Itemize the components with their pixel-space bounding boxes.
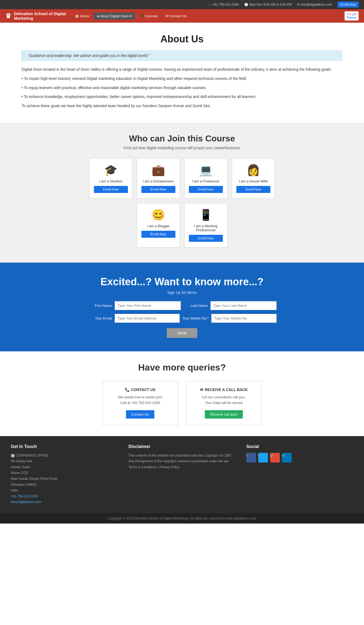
- enroll-button-row1-3[interactable]: Enroll Now: [236, 186, 270, 193]
- card-icon-3: 👩: [247, 164, 260, 176]
- first-name-label: First Name: [88, 304, 112, 308]
- first-name-input[interactable]: [115, 301, 181, 310]
- name-row: First Name Last Name: [88, 301, 277, 310]
- enroll-button-row1-2[interactable]: Enroll Now: [189, 186, 223, 193]
- contact-card: 📞 CONTACT US We would love to assist you…: [103, 381, 178, 425]
- contact-heading: 📞 CONTACT US: [111, 388, 170, 392]
- last-name-input[interactable]: [210, 301, 277, 310]
- twitter-icon[interactable]: t: [258, 453, 268, 463]
- footer-col-contact: Get In Touch 🏢 CORPORATE OFFICE 9D Ashle…: [11, 444, 118, 505]
- contact-row: Your Email Your Mobile No.*: [88, 314, 277, 323]
- signup-label: Sign Up for demo: [11, 290, 353, 295]
- query-cards: 📞 CONTACT US We would love to assist you…: [22, 381, 342, 425]
- mail-icon: ✉: [297, 3, 300, 6]
- card-icon-r2-1: 📱: [199, 209, 213, 221]
- email-label: Your Email: [88, 316, 112, 320]
- footer: Get In Touch 🏢 CORPORATE OFFICE 9D Ashle…: [0, 436, 364, 513]
- linkedin-icon[interactable]: in: [282, 453, 292, 463]
- card-icon-1: 💼: [152, 164, 165, 176]
- partner-text: Partner: [347, 16, 356, 19]
- office-label: 🏢 CORPORATE OFFICE: [11, 453, 118, 459]
- navbar: ♛ Dehradun School of Digital Marketing 🏠…: [0, 9, 364, 23]
- about-section: About Us "Guidance and leadership: We ad…: [0, 23, 364, 123]
- queries-title: Have more queries?: [22, 362, 342, 373]
- last-name-label: Last Name: [183, 304, 208, 308]
- who-card-3: 👩 I am a House Wife Enroll Now: [232, 158, 275, 199]
- footer-website[interactable]: www.digitaldoon.com: [11, 499, 118, 505]
- who-section: Who can Join this Course Find out how di…: [0, 123, 364, 263]
- googleplus-icon[interactable]: g+: [270, 453, 280, 463]
- top-bar: 📞 +91-750-022-2260 🕐 Mon-Sun 9:00 AM to …: [0, 0, 364, 9]
- card-icon-2: 💻: [199, 164, 213, 176]
- footer-phone[interactable]: +91-750-022-2260: [11, 494, 118, 500]
- clock-icon: 🕐: [244, 3, 248, 6]
- who-subtitle: Find out how digital marketing course wi…: [11, 146, 353, 150]
- card-label-r2-0: I am a Blogger: [147, 224, 170, 228]
- cta-section: Excited...? Want to know more...? Sign U…: [0, 263, 364, 351]
- card-label-2: I am a Freelancer: [192, 179, 220, 183]
- card-label-0: I am a Student: [99, 179, 122, 183]
- footer-bottom: Copyright © 2018 Dehradun School of Digi…: [0, 513, 364, 524]
- nav-home[interactable]: 🏠 Home: [72, 12, 93, 20]
- who-card-0: 🎓 I am a Student Enroll Now: [89, 158, 132, 199]
- nav-links: 🏠 Home ● About Digital Doon ▾ 🎓 Courses …: [72, 12, 339, 20]
- who-card-1: 💼 I am a Entrepreneur Enroll Now: [137, 158, 180, 199]
- cta-title: Excited...? Want to know more...?: [11, 276, 353, 288]
- cards-row-1: 🎓 I am a Student Enroll Now 💼 I am a Ent…: [11, 158, 353, 199]
- who-card-r2-0: 😊 I am a Blogger Enroll Now: [137, 203, 180, 247]
- phone-icon: 📞: [207, 3, 211, 6]
- about-text: Digital Doon located in the heart of Doo…: [22, 66, 342, 109]
- enroll-button-row1-1[interactable]: Enroll Now: [141, 186, 175, 193]
- email-input[interactable]: [115, 314, 180, 323]
- who-card-r2-1: 📱 I am a Working Professional Enroll Now: [184, 203, 227, 247]
- google-partner-badge: Google Partner: [345, 11, 359, 20]
- mobile-label: Your Mobile No.*: [182, 316, 209, 320]
- facebook-icon[interactable]: f: [246, 453, 256, 463]
- callback-button[interactable]: Receive call back: [205, 410, 243, 419]
- callback-heading: ✉ RECEIVE A CALL BACK: [195, 388, 253, 392]
- card-icon-0: 🎓: [104, 164, 118, 176]
- top-enroll-button[interactable]: Enroll Now: [338, 2, 359, 8]
- hours-info: 🕐 Mon-Sun 9:00 AM to 6:00 PM: [244, 3, 292, 6]
- who-title: Who can Join this Course: [11, 134, 353, 144]
- card-label-1: I am a Entrepreneur: [143, 179, 174, 183]
- quote-box: "Guidance and leadership: We advise and …: [22, 50, 342, 61]
- social-icons: f t g+ in: [246, 453, 353, 463]
- contact-us-button[interactable]: Contact Us: [126, 410, 154, 419]
- mail-card-icon: ✉: [200, 388, 203, 392]
- callback-card: ✉ RECEIVE A CALL BACK Let our consultant…: [186, 381, 262, 425]
- brand: ♛ Dehradun School of Digital Marketing: [5, 11, 66, 21]
- footer-col-social: Social f t g+ in: [246, 444, 353, 505]
- card-label-3: I am a House Wife: [239, 179, 268, 183]
- card-icon-r2-0: 😊: [152, 209, 165, 221]
- nav-about[interactable]: ● About Digital Doon ▾: [94, 12, 135, 20]
- signup-form: First Name Last Name Your Email Your Mob…: [88, 301, 277, 338]
- email-info: ✉ info@digitaldoon.com: [297, 3, 332, 6]
- enroll-button-row2-1[interactable]: Enroll Now: [189, 235, 223, 242]
- queries-section: Have more queries? 📞 CONTACT US We would…: [0, 351, 364, 436]
- cards-row-2: 😊 I am a Blogger Enroll Now 📱 I am a Wor…: [11, 203, 353, 247]
- logo-icon: ♛: [5, 12, 11, 20]
- phone-card-icon: 📞: [125, 388, 130, 392]
- enroll-button-row2-0[interactable]: Enroll Now: [141, 231, 175, 238]
- send-button[interactable]: Send: [167, 328, 197, 338]
- nav-contact[interactable]: ✉ Contact Us: [162, 12, 190, 20]
- google-text: Google: [347, 12, 356, 16]
- enroll-button-row1-0[interactable]: Enroll Now: [94, 186, 128, 193]
- nav-courses[interactable]: 🎓 Courses: [136, 12, 161, 20]
- card-label-r2-1: I am a Working Professional: [189, 224, 223, 232]
- mobile-input[interactable]: [211, 314, 276, 323]
- footer-col-disclaimer: Disclaimer The contents of this website …: [128, 444, 235, 505]
- about-title: About Us: [22, 33, 342, 45]
- phone-info: 📞 +91-750-022-2260: [207, 3, 239, 6]
- address: 9D Ashley Hall, Alcratz Tower Above CCD …: [11, 458, 118, 494]
- who-card-2: 💻 I am a Freelancer Enroll Now: [184, 158, 227, 199]
